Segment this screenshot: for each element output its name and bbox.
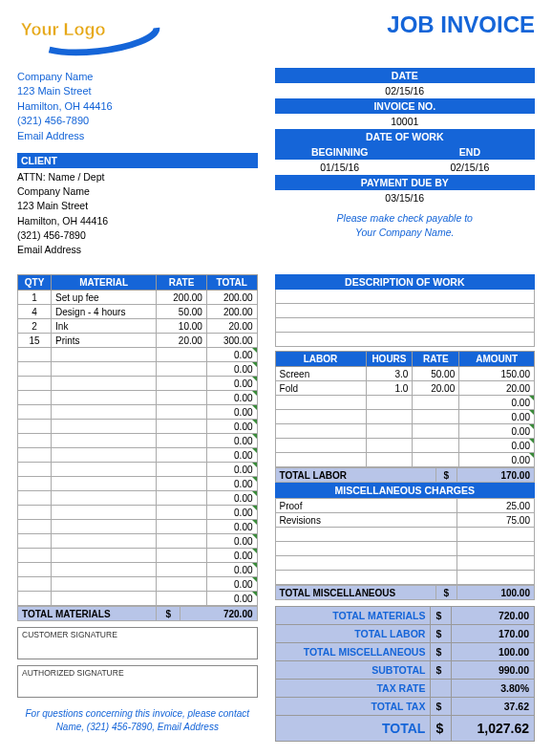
svg-text:Your Logo: Your Logo bbox=[21, 20, 106, 39]
table-row: 0.00 bbox=[18, 362, 258, 377]
logo: Your Logo bbox=[17, 11, 160, 64]
table-row: 4Design - 4 hours50.00200.00 bbox=[18, 305, 258, 319]
table-row: 0.00 bbox=[18, 534, 258, 549]
customer-signature[interactable]: CUSTOMER SIGNATURE bbox=[17, 627, 258, 659]
client-header: CLIENT bbox=[17, 153, 258, 168]
beg-label: BEGINNING bbox=[275, 144, 405, 160]
table-row: 0.00 bbox=[18, 477, 258, 491]
table-row: Proof25.00 bbox=[275, 499, 534, 513]
summary-row: TAX RATE3.80% bbox=[275, 680, 534, 698]
client-info: ATTN: Name / Dept Company Name 123 Main … bbox=[17, 168, 258, 259]
table-row bbox=[275, 556, 534, 571]
page-title: JOB INVOICE bbox=[387, 11, 535, 38]
table-row: 0.00 bbox=[18, 348, 258, 362]
beg-value: 01/15/16 bbox=[275, 160, 405, 175]
table-row: Screen3.050.00150.00 bbox=[275, 367, 534, 381]
company-info: Company Name 123 Main Street Hamilton, O… bbox=[17, 70, 258, 143]
end-value: 02/15/16 bbox=[405, 160, 535, 175]
table-row bbox=[275, 571, 534, 585]
table-row: 0.00 bbox=[18, 420, 258, 434]
table-row: 2Ink10.0020.00 bbox=[18, 319, 258, 334]
table-row: 0.00 bbox=[18, 405, 258, 420]
table-row bbox=[275, 528, 534, 542]
due-value: 03/15/16 bbox=[275, 190, 535, 205]
table-row: 0.00 bbox=[18, 563, 258, 577]
dow-label: DATE OF WORK bbox=[275, 129, 535, 144]
table-row: 0.00 bbox=[275, 453, 534, 467]
table-row bbox=[275, 542, 534, 556]
table-row: 0.00 bbox=[18, 491, 258, 506]
grand-total-row: TOTAL $ 1,027.62 bbox=[275, 716, 534, 742]
table-row: 0.00 bbox=[275, 424, 534, 439]
summary-table: TOTAL MATERIALS$720.00TOTAL LABOR$170.00… bbox=[275, 606, 535, 742]
summary-row: TOTAL MISCELLANEOUS$100.00 bbox=[275, 643, 534, 661]
invno-value: 10001 bbox=[275, 114, 535, 129]
table-row: 0.00 bbox=[275, 410, 534, 424]
table-row: 0.00 bbox=[275, 439, 534, 453]
table-row: 0.00 bbox=[18, 463, 258, 477]
table-row: 0.00 bbox=[18, 506, 258, 520]
table-row: Fold1.020.0020.00 bbox=[275, 381, 534, 396]
table-row: 15Prints20.00300.00 bbox=[18, 334, 258, 348]
table-row: 0.00 bbox=[18, 577, 258, 592]
authorized-signature[interactable]: AUTHORIZED SIGNATURE bbox=[17, 665, 258, 698]
table-row: 0.00 bbox=[18, 434, 258, 448]
misc-table: Proof25.00Revisions75.00 bbox=[275, 498, 535, 585]
summary-row: SUBTOTAL$990.00 bbox=[275, 661, 534, 680]
table-row: 0.00 bbox=[18, 377, 258, 391]
materials-table: QTY MATERIAL RATE TOTAL 1Set up fee200.0… bbox=[17, 274, 258, 606]
table-row: 0.00 bbox=[18, 391, 258, 405]
summary-row: TOTAL MATERIALS$720.00 bbox=[275, 607, 534, 625]
misc-header: MISCELLANEOUS CHARGES bbox=[275, 483, 535, 498]
table-row: Revisions75.00 bbox=[275, 513, 534, 528]
payable-note: Please make check payable to Your Compan… bbox=[275, 211, 535, 239]
table-row: 0.00 bbox=[18, 448, 258, 463]
desc-header: DESCRIPTION OF WORK bbox=[275, 274, 535, 290]
desc-lines bbox=[275, 290, 535, 347]
summary-row: TOTAL LABOR$170.00 bbox=[275, 625, 534, 643]
table-row: 0.00 bbox=[18, 549, 258, 563]
contact-note: For questions concerning this invoice, p… bbox=[17, 707, 258, 734]
summary-row: TOTAL TAX$37.62 bbox=[275, 698, 534, 716]
misc-total-row: TOTAL MISCELLANEOUS $ 100.00 bbox=[275, 586, 534, 600]
end-label: END bbox=[405, 144, 535, 160]
materials-total-row: TOTAL MATERIALS $ 720.00 bbox=[18, 607, 258, 621]
labor-table: LABOR HOURS RATE AMOUNT Screen3.050.0015… bbox=[275, 351, 535, 467]
table-row: 0.00 bbox=[275, 396, 534, 410]
date-value: 02/15/16 bbox=[275, 83, 535, 98]
labor-total-row: TOTAL LABOR $ 170.00 bbox=[275, 468, 534, 483]
table-row: 0.00 bbox=[18, 520, 258, 534]
table-row: 1Set up fee200.00200.00 bbox=[18, 291, 258, 305]
table-row: 0.00 bbox=[18, 592, 258, 606]
due-label: PAYMENT DUE BY bbox=[275, 175, 535, 190]
date-label: DATE bbox=[275, 68, 535, 83]
invno-label: INVOICE NO. bbox=[275, 98, 535, 114]
